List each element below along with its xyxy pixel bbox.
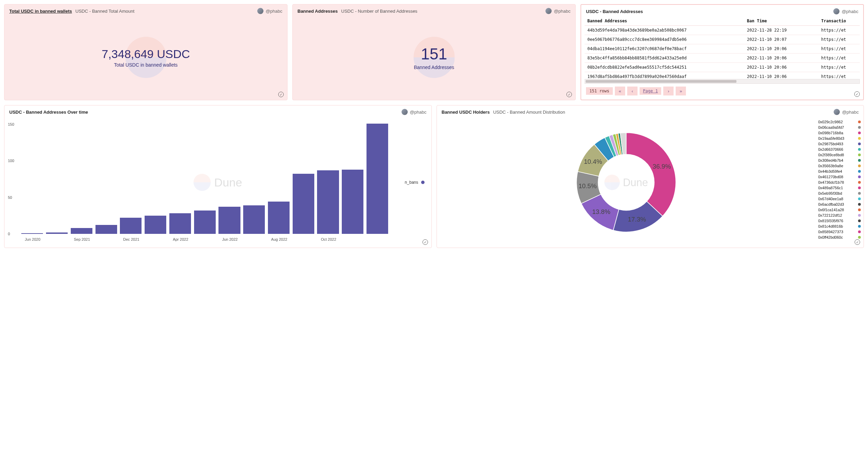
donut-area[interactable]: Dune 36.9%17.3%13.8%10.5%10.4% <box>437 117 816 248</box>
legend-item[interactable]: 0x35663b9a8e <box>817 163 862 169</box>
table-scroll[interactable]: Banned AddressesBan TimeTransactio 44b3d… <box>585 16 860 78</box>
legend-swatch-icon <box>858 230 861 233</box>
legend-item[interactable]: 0x722122df12 <box>817 213 862 218</box>
legend-item[interactable]: 0x81c4d8816b <box>817 224 862 229</box>
pager-last-button[interactable]: » <box>676 87 686 95</box>
bar[interactable] <box>120 218 142 234</box>
legend-item[interactable]: 0x44b3d59fe4 <box>817 169 862 174</box>
card-header: USDC - Banned Addresses Over time @phabc <box>4 105 431 117</box>
table-header-cell[interactable]: Ban Time <box>744 16 819 26</box>
table-header-cell[interactable]: Banned Addresses <box>585 16 744 26</box>
table-cell: https://et <box>819 26 860 35</box>
pager-page-indicator[interactable]: Page 1 <box>640 87 661 95</box>
card-donut-chart: Banned USDC Holders USDC - Banned Amount… <box>437 105 864 248</box>
legend-item[interactable]: 0x5eb95f30bd <box>817 191 862 196</box>
legend-item[interactable]: 0x67d40ee1a8 <box>817 196 862 202</box>
card-header: Total USDC in banned wallets USDC - Bann… <box>4 4 287 16</box>
table-row[interactable]: 83e5bc4ffa856bb84bb88581f5dd62a433a25e0d… <box>585 54 860 63</box>
avatar <box>545 8 552 14</box>
legend-item[interactable]: 0x815f335f976 <box>817 218 862 224</box>
donut-wrap: Dune 36.9%17.3%13.8%10.5%10.4% 0x029c2c9… <box>437 117 864 248</box>
legend-label: 0x29875bd493 <box>818 142 843 146</box>
counter-body: 7,348,649 USDC Total USDC in banned wall… <box>4 16 287 99</box>
table-cell: 2022-11-10 20:06 <box>744 54 819 63</box>
pager-first-button[interactable]: « <box>615 87 625 95</box>
verified-check-icon[interactable] <box>854 91 860 97</box>
legend-item[interactable]: 0x098b716b8a <box>817 130 862 136</box>
bar-chart-area[interactable] <box>20 121 390 234</box>
card-author[interactable]: @phabc <box>402 109 427 115</box>
bar[interactable] <box>317 170 339 234</box>
card-title-sub: USDC - Banned Total Amount <box>76 9 135 14</box>
legend-item[interactable]: 0x0ff42bd060c <box>817 235 862 240</box>
table-cell: 2022-11-10 20:07 <box>744 35 819 44</box>
bar[interactable] <box>71 228 92 234</box>
author-handle: @phabc <box>554 9 571 14</box>
donut-legend[interactable]: 0x029c2c98620x06caa9a5fd70x098b716b8a0x1… <box>815 117 864 248</box>
verified-check-icon[interactable] <box>566 92 572 97</box>
legend-item[interactable]: 0x489a8756c1 <box>817 185 862 191</box>
bar[interactable] <box>243 205 265 234</box>
card-header: Banned Addresses USDC - Number of Banned… <box>293 4 575 16</box>
bar[interactable] <box>268 202 290 234</box>
card-title-main: USDC - Banned Addresses Over time <box>9 110 88 115</box>
legend-swatch-icon <box>858 219 861 222</box>
pager-next-button[interactable]: › <box>663 87 674 95</box>
table-cell: 0ee5067b06776a89ccc7dc8ee369984ad7db5e06 <box>585 35 744 44</box>
pager-prev-button[interactable]: ‹ <box>627 87 638 95</box>
card-author[interactable]: @phabc <box>257 8 282 14</box>
bar[interactable] <box>194 211 216 234</box>
legend-item[interactable]: 0x6f1ca141a28 <box>817 207 862 213</box>
card-header: USDC - Banned Addresses @phabc <box>581 5 863 16</box>
bar[interactable] <box>367 124 388 234</box>
legend-item[interactable]: 0x06caa9a5fd7 <box>817 125 862 130</box>
legend-swatch-icon <box>858 225 861 228</box>
card-bar-chart: USDC - Banned Addresses Over time @phabc… <box>4 105 432 248</box>
table-row[interactable]: 04dba1194ee10112fe6c3207c0687def0e78bacf… <box>585 44 860 54</box>
bar[interactable] <box>169 213 191 234</box>
legend-item[interactable]: 0x6acdfba02d3 <box>817 202 862 207</box>
card-author[interactable]: @phabc <box>545 8 571 14</box>
legend-item[interactable]: 0x029c2c9862 <box>817 119 862 125</box>
legend-swatch-icon <box>858 132 861 134</box>
table-row[interactable]: 44b3d59fe4da798a43de3689be0a2ab508bc0067… <box>585 26 860 35</box>
legend-item[interactable]: 0x8589427373 <box>817 229 862 235</box>
legend-item[interactable]: 0x461270bd08 <box>817 174 862 180</box>
legend-item[interactable]: 0x2f389ce8bd8 <box>817 152 862 158</box>
counter-value: 7,348,649 USDC <box>102 47 190 61</box>
legend-item[interactable]: 0x19aa5fe80d3 <box>817 136 862 141</box>
avatar <box>257 8 263 14</box>
legend-item[interactable]: 0x2d66370666 <box>817 147 862 152</box>
table-row[interactable]: 0ee5067b06776a89ccc7dc8ee369984ad7db5e06… <box>585 35 860 44</box>
verified-check-icon[interactable] <box>422 239 428 245</box>
bar[interactable] <box>293 174 314 234</box>
bar[interactable] <box>145 216 166 234</box>
horizontal-scrollbar[interactable] <box>585 79 860 84</box>
bar[interactable] <box>21 233 43 234</box>
verified-check-icon[interactable] <box>855 239 860 245</box>
table-cell: https://et <box>819 63 860 72</box>
legend-item[interactable]: 0x29875bd493 <box>817 141 862 147</box>
donut-slice[interactable] <box>626 133 676 216</box>
card-title-main[interactable]: Total USDC in banned wallets <box>9 9 72 14</box>
bar-legend[interactable]: n_bans <box>405 180 424 185</box>
legend-item[interactable]: 0x4736dcf1b78 <box>817 180 862 185</box>
bar[interactable] <box>218 207 240 234</box>
table-row[interactable]: 08b2efdcdb8822efe5ad0eae55517cf5dc544251… <box>585 63 860 72</box>
scrollbar-thumb[interactable] <box>586 80 736 83</box>
legend-item[interactable]: 0x308ed4b7b4 <box>817 158 862 163</box>
table-header-cell[interactable]: Transactio <box>819 16 860 26</box>
verified-check-icon[interactable] <box>278 92 284 97</box>
legend-label: 0x6acdfba02d3 <box>818 202 844 206</box>
counter-body: 151 Banned Addresses <box>293 16 575 99</box>
bar[interactable] <box>46 232 68 234</box>
table-row[interactable]: 1967d8af5bd86a497fb3dd7899a020e47560daaf… <box>585 72 860 79</box>
legend-label: 0x0ff42bd060c <box>818 235 843 239</box>
bar[interactable] <box>342 170 363 234</box>
bar[interactable] <box>95 225 117 234</box>
card-author[interactable]: @phabc <box>834 109 859 115</box>
legend-swatch-icon <box>421 181 425 184</box>
x-tick-label: Apr 2022 <box>173 237 188 241</box>
card-author[interactable]: @phabc <box>833 8 858 14</box>
x-tick-label: Dec 2021 <box>123 237 139 241</box>
